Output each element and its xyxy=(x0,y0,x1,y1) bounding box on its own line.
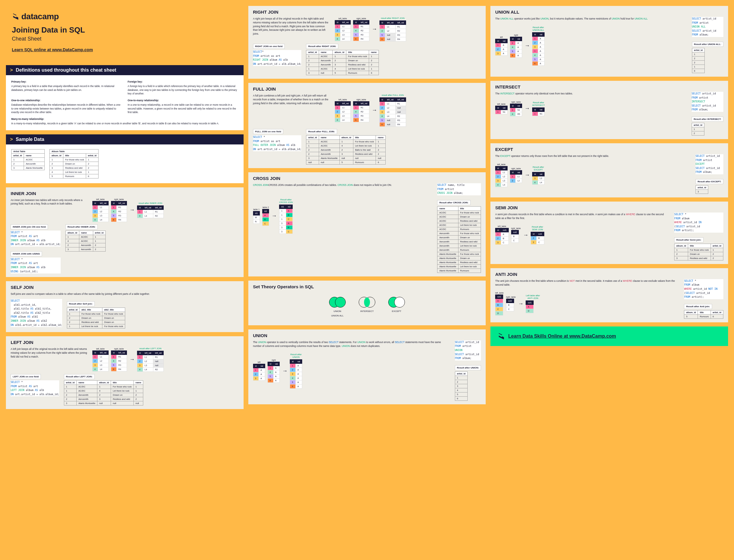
intersect-section: INTERSECT The INTERSECT operator returns… xyxy=(490,81,728,139)
union-all-sql: SELECT artist_id FROM artist UNION ALL S… xyxy=(692,17,723,37)
anti-join-result: album_idtitleartist_id 5Rumours6 xyxy=(684,310,723,319)
right-join-result: artist_idnamealbum_idtitlename 1AC/DC1Fo… xyxy=(306,50,379,75)
def-many-to-many: Many-to-many relationship:In a many-to-m… xyxy=(11,117,238,125)
arrow-icon: → xyxy=(129,356,135,363)
inner-join-result: album_idnameartist_id 1AC/DC1 4AC/DC1 2A… xyxy=(65,231,106,252)
cross-join-result: nametitle AC/DCFor those who rockAC/DCDr… xyxy=(437,206,481,273)
semi-join-result: album_idtitleartist_id 1For those who ro… xyxy=(674,244,723,260)
right-join-sql: SELECT* FROM artist as art RIGHT JOIN al… xyxy=(253,50,302,66)
full-join-sql: SELECT * FROM artist as art FULL OUTER J… xyxy=(253,135,302,151)
def-foreign-key: Foreign key:A foreign key is a field in … xyxy=(128,80,238,96)
self-join-sql: SELECT alb1.artist_id, alb1.title AS alb… xyxy=(11,299,62,327)
sample-data-heading: > Sample Data xyxy=(6,134,244,144)
arrow-icon: → xyxy=(524,105,530,112)
arrow-icon: → xyxy=(523,232,528,238)
album-table: Album Table album_idtitleartist_id 1For … xyxy=(49,149,99,178)
self-join-result: artist_idalb1_titlealb2_title 1For those… xyxy=(67,308,125,329)
datacamp-logo-icon xyxy=(12,13,20,20)
page-title: Joining Data in SQL xyxy=(12,25,238,35)
union-result: artist_id 123456 xyxy=(455,371,468,401)
learn-link[interactable]: Learn SQL online at www.DataCamp.com xyxy=(12,47,238,52)
footer-text: Learn Data Skills Online at www.DataCamp… xyxy=(508,334,616,339)
semi-join-sql: SELECT * FROM album WHERE artist_id IN (… xyxy=(674,213,723,233)
arrow-icon: → xyxy=(372,107,377,113)
set-theory-section: Set Theory Operators in SQL UNIONUNION A… xyxy=(248,281,486,325)
definitions-heading: > Definitions used throughout this cheat… xyxy=(6,65,244,75)
semi-join-section: SEMI JOIN A semi join chooses records in… xyxy=(490,202,728,264)
def-primary-key: Primary key:A primary key is a field in … xyxy=(11,80,122,96)
left-join-result: artist_idnamealbum_idtitlename 1AC/DC1Fo… xyxy=(64,380,144,405)
arrow-icon: → xyxy=(282,368,287,374)
chevron-icon: > xyxy=(10,137,13,142)
chevron-icon: > xyxy=(10,67,13,73)
sample-tables: Artist Table artist_idname 1AC/DC 2Aeros… xyxy=(6,144,244,183)
right-join-section: RIGHT JOIN A right join keeps all of the… xyxy=(248,6,486,79)
union-section: UNION The UNION operator is used to vert… xyxy=(248,329,486,404)
logo: datacamp xyxy=(12,12,238,21)
page-subtitle: Cheat Sheet xyxy=(12,36,238,42)
arrow-icon: → xyxy=(524,172,530,178)
cross-join-section: CROSS JOIN CROSS JOINCROSS JOIN creates … xyxy=(248,172,486,276)
def-one-to-one: One-to-one relationship:Database relatio… xyxy=(11,99,122,114)
venn-except: EXCEPT xyxy=(388,296,405,317)
except-result: artist_id3 xyxy=(696,185,708,194)
inner-join-section: INNER JOIN An inner join between two tab… xyxy=(6,187,244,277)
arrow-icon: → xyxy=(129,207,135,213)
arrow-icon: → xyxy=(271,213,277,219)
self-join-section: SELF JOIN Self-joins are used to compare… xyxy=(6,281,244,332)
union-all-section: UNION ALL The UNION ALL operator works j… xyxy=(490,6,728,77)
inner-join-sql-1: SELECT * FROM artist AS art INNER JOIN a… xyxy=(11,231,61,247)
anti-join-section: ANTI JOIN The anti join chooses records … xyxy=(490,268,728,322)
union-sql: SELECT artist_id FROM artist UNION SELEC… xyxy=(455,340,481,361)
def-one-to-many: One-to-many relationship:In a one-to-man… xyxy=(128,99,238,114)
except-sql: SELECT artist_id FROM artist EXCEPT SELE… xyxy=(696,154,723,174)
datacamp-logo-icon xyxy=(498,332,505,340)
artist-table: Artist Table artist_idname 1AC/DC 2Aeros… xyxy=(11,149,45,170)
arrow-icon: → xyxy=(524,43,530,49)
except-section: EXCEPT The EXCEPT operator returns only … xyxy=(490,143,728,197)
arrow-icon: → xyxy=(518,301,523,307)
full-join-section: FULL JOIN A full join combines a left jo… xyxy=(248,83,486,168)
anti-join-sql: SELECT * FROM album WHERE artist_id NOT … xyxy=(684,279,723,299)
intersect-result: artist_id12 xyxy=(692,123,704,136)
inner-join-sql-2: SELECT * FROM artist AS art INNER JOIN a… xyxy=(11,258,61,273)
brand-text: datacamp xyxy=(21,12,59,21)
union-all-result: artist_id 12216 xyxy=(692,48,705,73)
left-join-section: LEFT JOIN A left join keeps all of the o… xyxy=(6,336,244,409)
intersect-sql: SELECT artist_id FROM artist INTERSECT S… xyxy=(692,92,723,112)
full-join-result: artist_idnamealbum_idtitlename 1AC/DC1Fo… xyxy=(306,135,386,165)
footer-banner[interactable]: Learn Data Skills Online at www.DataCamp… xyxy=(490,326,728,346)
header-box: datacamp Joining Data in SQL Cheat Sheet… xyxy=(6,6,244,61)
arrow-icon: → xyxy=(372,26,377,32)
venn-union: UNIONUNION ALL xyxy=(329,296,346,317)
left-join-sql: SELECT * FROM artist AS art LEFT JOIN al… xyxy=(11,380,59,396)
venn-intersect: INTERSECT xyxy=(358,296,376,317)
cross-join-sql: SELECT name, title FROM artist CROSS JOI… xyxy=(437,183,481,195)
